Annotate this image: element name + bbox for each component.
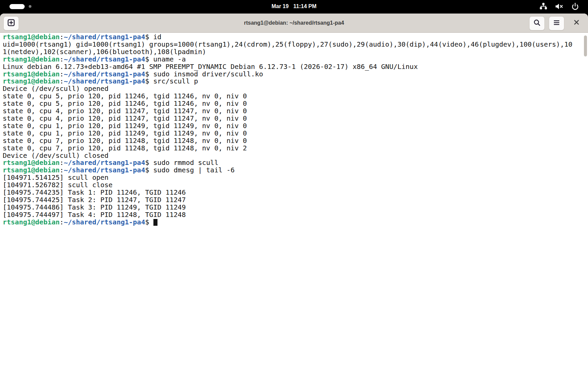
- output-text: state 0, cpu 4, prio 120, pid 11247, tgi…: [3, 114, 247, 122]
- activities-indicator[interactable]: [9, 4, 25, 9]
- prompt-command: sudo rmmod scull: [153, 159, 219, 167]
- terminal-output-line: Linux debian 6.12.73+deb13-amd64 #1 SMP …: [3, 63, 585, 71]
- prompt-command: id: [153, 33, 162, 41]
- prompt-command: src/scull p: [153, 77, 198, 85]
- wired-network-icon[interactable]: [539, 3, 547, 10]
- terminal-output-area[interactable]: rtsang1@debian:~/shared/rtsang1-pa4$ idu…: [0, 33, 588, 365]
- new-tab-icon: [7, 19, 15, 28]
- window-title: rtsang1@debian: ~/shared/rtsang1-pa4: [0, 20, 588, 26]
- terminal-output-line: state 0, cpu 1, prio 120, pid 11249, tgi…: [3, 130, 585, 137]
- prompt-path: ~/shared/rtsang1-pa4: [64, 70, 145, 78]
- prompt-user-host: rtsang1@debian: [3, 55, 60, 63]
- prompt-separator: :: [60, 77, 64, 85]
- output-text: [104975.744425] Task 2: PID 11247, TGID …: [3, 196, 186, 204]
- prompt-separator: :: [60, 159, 64, 167]
- prompt-user-host: rtsang1@debian: [3, 33, 60, 41]
- output-text: [104971.514125] scull open: [3, 173, 108, 181]
- terminal-output-line: [104975.744235] Task 1: PID 11246, TGID …: [3, 189, 585, 196]
- terminal-output-line: uid=1000(rtsang1) gid=1000(rtsang1) grou…: [3, 41, 585, 48]
- output-text: Device (/dev/scull) closed: [3, 151, 108, 160]
- terminal-output-line: state 0, cpu 7, prio 120, pid 11248, tgi…: [3, 145, 585, 152]
- output-text: state 0, cpu 7, prio 120, pid 11248, tgi…: [3, 137, 247, 145]
- prompt-user-host: rtsang1@debian: [3, 218, 60, 226]
- new-tab-button[interactable]: [3, 16, 19, 30]
- terminal-output-line: [104971.514125] scull open: [3, 174, 585, 181]
- output-text: uid=1000(rtsang1) gid=1000(rtsang1) grou…: [3, 40, 572, 48]
- prompt-symbol: $: [145, 218, 153, 226]
- terminal-prompt-line: rtsang1@debian:~/shared/rtsang1-pa4$ una…: [3, 56, 585, 63]
- prompt-symbol: $: [145, 70, 153, 78]
- terminal-prompt-line: rtsang1@debian:~/shared/rtsang1-pa4$: [3, 219, 585, 226]
- close-window-button[interactable]: [570, 16, 583, 30]
- output-text: [104975.744235] Task 1: PID 11246, TGID …: [3, 188, 186, 196]
- prompt-separator: :: [60, 55, 64, 63]
- output-text: [104975.744497] Task 4: PID 11248, TGID …: [3, 211, 186, 219]
- prompt-command: sudo insmod driver/scull.ko: [153, 70, 263, 78]
- output-text: Linux debian 6.12.73+deb13-amd64 #1 SMP …: [3, 63, 418, 71]
- terminal-prompt-line: rtsang1@debian:~/shared/rtsang1-pa4$ src…: [3, 78, 585, 85]
- prompt-symbol: $: [145, 166, 153, 174]
- close-icon: [574, 20, 579, 26]
- output-text: [104975.744486] Task 3: PID 11249, TGID …: [3, 203, 186, 211]
- terminal-cursor: [153, 219, 157, 226]
- search-button[interactable]: [529, 16, 545, 30]
- output-text: state 0, cpu 5, prio 120, pid 11246, tgi…: [3, 92, 247, 100]
- terminal-output-line: state 0, cpu 7, prio 120, pid 11248, tgi…: [3, 137, 585, 145]
- terminal-prompt-line: rtsang1@debian:~/shared/rtsang1-pa4$ sud…: [3, 71, 585, 78]
- prompt-path: ~/shared/rtsang1-pa4: [64, 159, 145, 167]
- prompt-path: ~/shared/rtsang1-pa4: [64, 33, 145, 41]
- terminal-prompt-line: rtsang1@debian:~/shared/rtsang1-pa4$ id: [3, 33, 585, 41]
- terminal-output-line: [104971.526782] scull close: [3, 181, 585, 189]
- hamburger-menu-icon: [553, 19, 560, 28]
- scrollbar-thumb[interactable]: [584, 35, 587, 56]
- terminal-output-line: state 0, cpu 4, prio 120, pid 11247, tgi…: [3, 115, 585, 122]
- prompt-path: ~/shared/rtsang1-pa4: [64, 55, 145, 63]
- menu-button[interactable]: [549, 16, 564, 30]
- terminal-headerbar: rtsang1@debian: ~/shared/rtsang1-pa4: [0, 14, 588, 33]
- terminal-output-line: state 0, cpu 4, prio 120, pid 11247, tgi…: [3, 107, 585, 115]
- prompt-path: ~/shared/rtsang1-pa4: [64, 218, 145, 226]
- prompt-user-host: rtsang1@debian: [3, 77, 60, 85]
- terminal-output-line: Device (/dev/scull) closed: [3, 152, 585, 160]
- search-icon: [533, 19, 541, 28]
- terminal-prompt-line: rtsang1@debian:~/shared/rtsang1-pa4$ sud…: [3, 159, 585, 167]
- output-text: [104971.526782] scull close: [3, 181, 113, 189]
- terminal-output-line: [104975.744486] Task 3: PID 11249, TGID …: [3, 204, 585, 211]
- clock-time: 11:14 PM: [293, 3, 316, 9]
- terminal-output-line: [104975.744425] Task 2: PID 11247, TGID …: [3, 196, 585, 204]
- terminal-output-line: [104975.744497] Task 4: PID 11248, TGID …: [3, 211, 585, 219]
- terminal-window: rtsang1@debian: ~/shared/rtsang1-pa4: [0, 14, 588, 365]
- prompt-user-host: rtsang1@debian: [3, 166, 60, 174]
- output-text: Device (/dev/scull) opened: [3, 84, 108, 93]
- workspace-dot[interactable]: [29, 5, 31, 8]
- prompt-symbol: $: [145, 33, 153, 41]
- output-text: state 0, cpu 1, prio 120, pid 11249, tgi…: [3, 129, 247, 137]
- output-text: 1(netdev),102(scanner),106(bluetooth),10…: [3, 48, 206, 56]
- power-icon[interactable]: [571, 2, 579, 10]
- top-bar: Mar 1911:14 PM: [0, 0, 588, 13]
- prompt-user-host: rtsang1@debian: [3, 159, 60, 167]
- terminal-output-line: Device (/dev/scull) opened: [3, 85, 585, 93]
- output-text: state 0, cpu 1, prio 120, pid 11249, tgi…: [3, 122, 247, 130]
- prompt-command: sudo dmesg | tail -6: [153, 166, 235, 174]
- terminal-prompt-line: rtsang1@debian:~/shared/rtsang1-pa4$ sud…: [3, 167, 585, 174]
- terminal-output-line: 1(netdev),102(scanner),106(bluetooth),10…: [3, 48, 585, 56]
- prompt-separator: :: [60, 70, 64, 78]
- prompt-symbol: $: [145, 77, 153, 85]
- prompt-path: ~/shared/rtsang1-pa4: [64, 77, 145, 85]
- output-text: state 0, cpu 4, prio 120, pid 11247, tgi…: [3, 107, 247, 115]
- prompt-command: uname -a: [153, 55, 186, 63]
- prompt-separator: :: [60, 218, 64, 226]
- prompt-symbol: $: [145, 55, 153, 63]
- clock-date: Mar 19: [271, 3, 289, 9]
- terminal-output-line: state 0, cpu 5, prio 120, pid 11246, tgi…: [3, 93, 585, 100]
- volume-muted-icon[interactable]: [555, 3, 564, 10]
- system-tray[interactable]: [539, 2, 588, 10]
- output-text: state 0, cpu 7, prio 120, pid 11248, tgi…: [3, 144, 247, 152]
- output-text: state 0, cpu 5, prio 120, pid 11246, tgi…: [3, 99, 247, 107]
- terminal-output-line: state 0, cpu 1, prio 120, pid 11249, tgi…: [3, 122, 585, 130]
- prompt-path: ~/shared/rtsang1-pa4: [64, 166, 145, 174]
- prompt-separator: :: [60, 166, 64, 174]
- terminal-output-line: state 0, cpu 5, prio 120, pid 11246, tgi…: [3, 100, 585, 107]
- prompt-separator: :: [60, 33, 64, 41]
